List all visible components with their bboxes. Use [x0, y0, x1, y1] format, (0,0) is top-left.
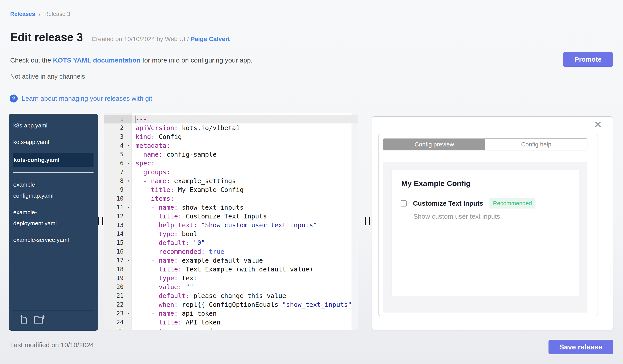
author-link[interactable]: Paige Calvert	[191, 36, 230, 42]
code-text[interactable]: type: bool	[132, 229, 358, 238]
git-help-row[interactable]: ? Learn about managing your releases wit…	[10, 95, 152, 102]
line-number[interactable]: 10	[104, 194, 132, 203]
resize-handle-left[interactable]	[98, 217, 103, 225]
code-line-18[interactable]: 18 title: Text Example (with default val…	[104, 265, 358, 274]
fold-arrow-icon[interactable]: ▾	[127, 203, 129, 212]
code-text[interactable]: name: config-sample	[132, 150, 358, 159]
line-number[interactable]: 1	[104, 115, 132, 123]
code-line-21[interactable]: 21 default: please change this value	[104, 291, 358, 300]
code-line-14[interactable]: 14 type: bool	[104, 229, 358, 238]
code-line-10[interactable]: 10 items:	[104, 194, 358, 203]
code-text[interactable]: ---	[132, 115, 358, 123]
sidebar-file-kots-app.yaml[interactable]: kots-app.yaml	[13, 137, 93, 147]
line-number[interactable]: 6▾	[104, 159, 132, 168]
code-line-2[interactable]: 2apiVersion: kots.io/v1beta1	[104, 123, 358, 132]
code-text[interactable]: type: text	[132, 274, 358, 283]
code-line-17[interactable]: 17▾ - name: example_default_value	[104, 256, 358, 265]
sidebar-file-example-service.yaml[interactable]: example-service.yaml	[13, 234, 93, 245]
code-text[interactable]: - name: example_default_value	[132, 256, 358, 265]
code-line-22[interactable]: 22 when: repl{{ ConfigOptionEquals "show…	[104, 300, 358, 309]
code-text[interactable]: help_text: "Show custom user text inputs…	[132, 221, 358, 229]
line-number[interactable]: 24	[104, 318, 132, 327]
tab-config-help[interactable]: Config help	[485, 139, 587, 150]
code-line-3[interactable]: 3kind: Config	[104, 132, 358, 141]
code-text[interactable]: - name: show_text_inputs	[132, 203, 358, 212]
fold-arrow-icon[interactable]: ▾	[127, 159, 129, 168]
line-number[interactable]: 2	[104, 123, 132, 132]
yaml-editor[interactable]: 1---2apiVersion: kots.io/v1beta13kind: C…	[104, 113, 358, 330]
line-number[interactable]: 4▾	[104, 141, 132, 150]
resize-handle-right[interactable]	[365, 217, 370, 225]
line-number[interactable]: 13	[104, 221, 132, 229]
line-number[interactable]: 25	[104, 327, 132, 330]
fold-arrow-icon[interactable]: ▾	[127, 177, 129, 185]
line-number[interactable]: 19	[104, 274, 132, 283]
line-number[interactable]: 12	[104, 212, 132, 221]
code-line-11[interactable]: 11▾ - name: show_text_inputs	[104, 203, 358, 212]
code-text[interactable]: kind: Config	[132, 132, 358, 141]
code-line-7[interactable]: 7 groups:	[104, 168, 358, 177]
code-line-24[interactable]: 24 title: API token	[104, 318, 358, 327]
line-number[interactable]: 3	[104, 132, 132, 141]
save-release-button[interactable]: Save release	[549, 340, 613, 354]
fold-arrow-icon[interactable]: ▾	[127, 256, 129, 265]
line-number[interactable]: 7	[104, 168, 132, 177]
code-text[interactable]: recommended: true	[132, 247, 358, 256]
line-number[interactable]: 14	[104, 229, 132, 238]
code-line-19[interactable]: 19 type: text	[104, 274, 358, 283]
code-text[interactable]: title: API token	[132, 318, 358, 327]
fold-arrow-icon[interactable]: ▾	[127, 141, 129, 150]
line-number[interactable]: 15	[104, 238, 132, 247]
sidebar-file-example-deployment.yaml[interactable]: example-deployment.yaml	[13, 207, 93, 229]
line-number[interactable]: 5	[104, 150, 132, 159]
code-line-9[interactable]: 9 title: My Example Config	[104, 185, 358, 194]
sidebar-file-k8s-app.yaml[interactable]: k8s-app.yaml	[13, 120, 93, 131]
line-number[interactable]: 8▾	[104, 177, 132, 185]
code-line-8[interactable]: 8▾ - name: example_settings	[104, 177, 358, 185]
code-text[interactable]: apiVersion: kots.io/v1beta1	[132, 123, 358, 132]
code-text[interactable]: - name: example_settings	[132, 177, 358, 185]
code-line-25[interactable]: 25 type: password	[104, 327, 358, 330]
code-text[interactable]: default: please change this value	[132, 291, 358, 300]
kots-yaml-docs-link[interactable]: KOTS YAML documentation	[53, 57, 140, 64]
tab-config-preview[interactable]: Config preview	[383, 139, 485, 150]
code-text[interactable]: spec:	[132, 159, 358, 168]
code-text[interactable]: type: password	[132, 327, 358, 330]
breadcrumb-releases-link[interactable]: Releases	[10, 11, 35, 17]
code-line-20[interactable]: 20 value: ""	[104, 283, 358, 291]
line-number[interactable]: 23▾	[104, 309, 132, 318]
close-icon[interactable]: ✕	[594, 120, 602, 129]
add-folder-icon[interactable]	[34, 314, 45, 324]
code-line-15[interactable]: 15 default: "0"	[104, 238, 358, 247]
fold-arrow-icon[interactable]: ▾	[127, 309, 129, 318]
line-number[interactable]: 18	[104, 265, 132, 274]
code-text[interactable]: when: repl{{ ConfigOptionEquals "show_te…	[132, 300, 358, 309]
code-line-16[interactable]: 16 recommended: true	[104, 247, 358, 256]
line-number[interactable]: 11▾	[104, 203, 132, 212]
add-file-icon[interactable]	[19, 314, 29, 324]
code-line-13[interactable]: 13 help_text: "Show custom user text inp…	[104, 221, 358, 229]
code-text[interactable]: title: Customize Text Inputs	[132, 212, 358, 221]
code-line-5[interactable]: 5 name: config-sample	[104, 150, 358, 159]
code-text[interactable]: title: My Example Config	[132, 185, 358, 194]
customize-text-inputs-checkbox[interactable]	[400, 200, 407, 206]
code-text[interactable]: metadata:	[132, 141, 358, 150]
code-line-12[interactable]: 12 title: Customize Text Inputs	[104, 212, 358, 221]
sidebar-file-kots-config.yaml[interactable]: kots-config.yaml	[13, 153, 93, 167]
code-line-1[interactable]: 1---	[104, 115, 358, 123]
code-line-4[interactable]: 4▾metadata:	[104, 141, 358, 150]
code-text[interactable]: default: "0"	[132, 238, 358, 247]
line-number[interactable]: 21	[104, 291, 132, 300]
code-line-23[interactable]: 23▾ - name: api_token	[104, 309, 358, 318]
code-text[interactable]: value: ""	[132, 283, 358, 291]
code-line-6[interactable]: 6▾spec:	[104, 159, 358, 168]
line-number[interactable]: 17▾	[104, 256, 132, 265]
line-number[interactable]: 16	[104, 247, 132, 256]
code-text[interactable]: items:	[132, 194, 358, 203]
code-text[interactable]: groups:	[132, 168, 358, 177]
sidebar-file-example-configmap.yaml[interactable]: example-configmap.yaml	[13, 179, 93, 201]
code-text[interactable]: title: Text Example (with default value)	[132, 265, 358, 274]
code-text[interactable]: - name: api_token	[132, 309, 358, 318]
git-help-link[interactable]: Learn about managing your releases with …	[22, 95, 152, 102]
line-number[interactable]: 22	[104, 300, 132, 309]
